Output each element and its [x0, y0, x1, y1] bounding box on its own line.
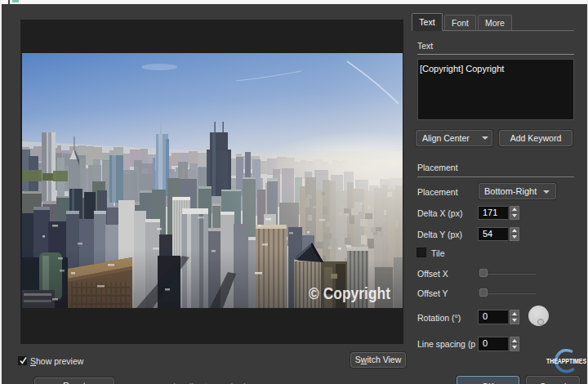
svg-text:© Copyright: © Copyright — [309, 284, 390, 302]
svg-text:THEAPPTIMES: THEAPPTIMES — [546, 357, 586, 365]
